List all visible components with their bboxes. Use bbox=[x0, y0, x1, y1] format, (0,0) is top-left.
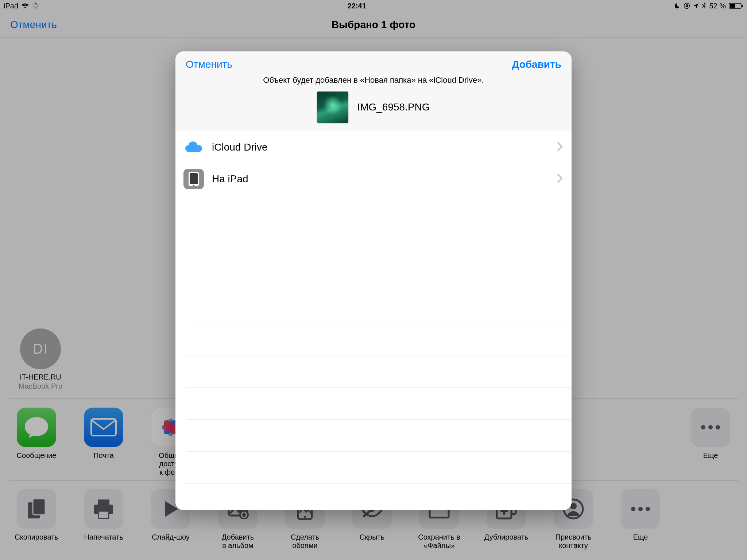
print-icon bbox=[84, 489, 123, 529]
page-title: Выбрано 1 фото bbox=[332, 19, 415, 31]
save-to-files-modal: Отменить Добавить Объект будет добавлен … bbox=[175, 51, 572, 510]
svg-line-9 bbox=[34, 3, 35, 4]
battery-icon bbox=[729, 3, 743, 9]
svg-point-35 bbox=[304, 516, 306, 518]
svg-rect-46 bbox=[190, 173, 198, 184]
svg-rect-31 bbox=[98, 511, 109, 518]
location-list: iCloud Drive На iPad bbox=[175, 131, 572, 195]
action-label: Еще bbox=[617, 533, 664, 541]
mail-icon bbox=[84, 408, 123, 447]
battery-percent: 52 % bbox=[709, 2, 726, 10]
action-label: Сделать обоями bbox=[282, 533, 328, 550]
svg-rect-13 bbox=[730, 4, 735, 8]
action-label: Скопировать bbox=[13, 533, 60, 541]
share-app-more[interactable]: Еще bbox=[687, 408, 734, 477]
status-bar: iPad 22:41 52 % bbox=[0, 0, 747, 12]
chevron-right-icon bbox=[557, 174, 563, 184]
svg-point-26 bbox=[716, 425, 720, 429]
modal-add-button[interactable]: Добавить bbox=[512, 59, 561, 70]
cancel-button[interactable]: Отменить bbox=[10, 19, 57, 31]
device-label: iPad bbox=[4, 2, 18, 10]
nav-bar: Отменить Выбрано 1 фото bbox=[0, 12, 747, 38]
modal-file-row: IMG_6958.PNG bbox=[175, 90, 572, 131]
file-thumbnail bbox=[317, 92, 348, 123]
svg-rect-15 bbox=[91, 419, 116, 436]
messages-icon bbox=[17, 408, 56, 447]
svg-line-1 bbox=[36, 3, 37, 4]
modal-empty-area bbox=[175, 195, 572, 510]
svg-line-3 bbox=[37, 7, 38, 7]
wifi-icon bbox=[21, 3, 29, 9]
svg-line-2 bbox=[37, 5, 38, 5]
action-label: Скрыть bbox=[349, 533, 395, 541]
location-label: На iPad bbox=[212, 173, 557, 185]
svg-rect-28 bbox=[33, 499, 45, 515]
status-left: iPad bbox=[4, 2, 39, 10]
rotation-lock-icon bbox=[684, 3, 690, 9]
svg-rect-14 bbox=[742, 5, 743, 7]
share-app-mail[interactable]: Почта bbox=[80, 408, 127, 477]
svg-line-8 bbox=[33, 5, 34, 5]
action-more[interactable]: Еще bbox=[617, 489, 664, 550]
svg-point-24 bbox=[701, 425, 705, 429]
moon-icon bbox=[675, 3, 681, 9]
action-label: Сохранить в «Файлы» bbox=[416, 533, 462, 550]
modal-cancel-button[interactable]: Отменить bbox=[186, 59, 232, 70]
svg-point-25 bbox=[708, 425, 713, 429]
airdrop-subtitle: MacBook Pro bbox=[13, 382, 68, 390]
location-on-ipad[interactable]: На iPad bbox=[175, 163, 572, 195]
airdrop-recipient[interactable]: DI IT-HERE.RU MacBook Pro bbox=[13, 328, 68, 390]
svg-point-47 bbox=[193, 185, 194, 186]
modal-header: Отменить Добавить Объект будет добавлен … bbox=[175, 51, 572, 131]
more-icon bbox=[691, 408, 730, 447]
action-print[interactable]: Напечатать bbox=[80, 489, 127, 550]
svg-line-6 bbox=[34, 7, 35, 8]
location-icon bbox=[693, 3, 699, 9]
location-label: iCloud Drive bbox=[212, 141, 557, 153]
svg-point-43 bbox=[638, 507, 643, 511]
copy-icon bbox=[17, 489, 56, 529]
bluetooth-icon bbox=[702, 2, 706, 9]
action-label: Дублировать bbox=[483, 533, 530, 541]
share-app-label: Еще bbox=[687, 451, 734, 460]
status-right: 52 % bbox=[675, 2, 743, 10]
status-time: 22:41 bbox=[348, 2, 366, 10]
file-name: IMG_6958.PNG bbox=[357, 101, 430, 113]
more-icon bbox=[621, 489, 660, 529]
action-label: Добавить в альбом bbox=[214, 533, 261, 550]
airdrop-name: IT-HERE.RU bbox=[13, 373, 68, 381]
location-icloud-drive[interactable]: iCloud Drive bbox=[175, 131, 572, 163]
action-label: Напечатать bbox=[80, 533, 127, 541]
ipad-icon bbox=[183, 169, 204, 189]
share-app-label: Сообщение bbox=[13, 451, 60, 460]
svg-line-4 bbox=[36, 7, 37, 8]
loading-spinner-icon bbox=[32, 3, 39, 9]
svg-point-42 bbox=[631, 507, 635, 511]
share-app-messages[interactable]: Сообщение bbox=[13, 408, 60, 477]
chevron-right-icon bbox=[557, 142, 563, 153]
avatar: DI bbox=[20, 328, 61, 369]
svg-line-7 bbox=[33, 7, 34, 7]
svg-rect-11 bbox=[686, 5, 688, 7]
svg-point-44 bbox=[646, 507, 650, 511]
modal-description: Объект будет добавлен в «Новая папка» на… bbox=[175, 74, 572, 90]
svg-rect-29 bbox=[98, 499, 109, 505]
action-label: Слайд-шоу bbox=[147, 533, 194, 541]
action-label: Присвоить контакту bbox=[550, 533, 597, 550]
icloud-icon bbox=[183, 137, 204, 158]
action-copy[interactable]: Скопировать bbox=[13, 489, 60, 550]
share-app-label: Почта bbox=[80, 451, 127, 460]
